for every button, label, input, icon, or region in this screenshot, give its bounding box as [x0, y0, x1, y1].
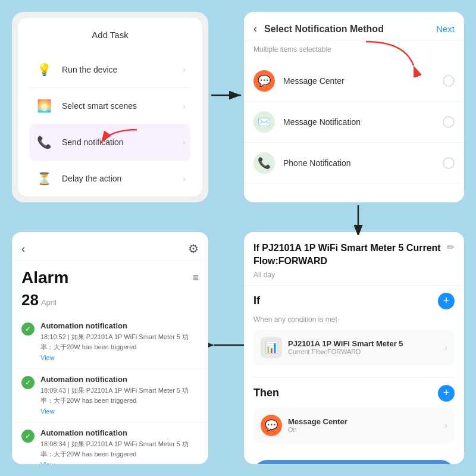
chevron-icon: › [183, 174, 186, 183]
alarm-entry-content-2: Automation notification 18:09:43 | 如果 PJ… [40, 375, 199, 416]
condition-chevron-icon: › [444, 343, 447, 352]
alarm-month: April [41, 298, 57, 307]
alarm-entry-title-2: Automation notification [40, 375, 199, 384]
auto-then-text: Message Center On [288, 417, 439, 433]
auto-cond-detail: Current Flow:FORWARD [288, 348, 439, 355]
alarm-entry-2: Automation notification 18:09:43 | 如果 PJ… [12, 369, 208, 422]
add-task-title: Add Task [30, 30, 190, 40]
auto-if-title: If [253, 295, 438, 307]
alarm-settings-icon[interactable]: ⚙ [188, 242, 199, 256]
auto-cond-name: PJ2101A 1P WiFi Smart Meter 5 [288, 339, 439, 348]
alarm-back-button[interactable]: ‹ [21, 243, 25, 255]
delay-action-icon: ⏳ [35, 169, 54, 188]
alarm-view-link-1[interactable]: View [40, 354, 55, 361]
alarm-menu-icon[interactable]: ≡ [192, 272, 199, 284]
chevron-icon: › [183, 137, 186, 147]
run-device-icon: 💡 [35, 60, 54, 79]
notification-method-title: Select Notification Method [264, 24, 436, 35]
alarm-entry-content-1: Automation notification 18:10:52 | 如果 PJ… [40, 321, 199, 362]
auto-then-header: Then + [253, 385, 455, 402]
add-task-panel: Add Task 💡 Run the device › 🌅 Select sma… [12, 12, 208, 202]
radio-message-center[interactable] [443, 75, 455, 87]
alarm-date: 28 April [12, 290, 208, 315]
task-item-smart-scenes[interactable]: 🌅 Select smart scenes › [30, 88, 190, 124]
automation-detail-panel: If PJ2101A 1P WiFi Smart Meter 5 Current… [244, 232, 464, 464]
auto-title-block: If PJ2101A 1P WiFi Smart Meter 5 Current… [244, 232, 464, 286]
condition-device-icon: 📊 [261, 337, 282, 358]
alarm-check-icon-1 [21, 322, 35, 336]
then-chevron-icon: › [444, 421, 447, 430]
add-task-card: Add Task 💡 Run the device › 🌅 Select sma… [18, 18, 202, 196]
auto-then-title: Then [253, 387, 438, 399]
alarm-entry-3: Automation notification 18:08:34 | 如果 PJ… [12, 422, 208, 464]
auto-edit-button[interactable]: ✏ [447, 242, 455, 253]
chevron-icon: › [183, 101, 186, 111]
notification-header: ‹ Select Notification Method Next [244, 12, 464, 40]
alarm-entry-title-3: Automation notification [40, 428, 199, 437]
message-center-icon: 💬 [253, 70, 275, 92]
auto-if-add-button[interactable]: + [438, 293, 455, 309]
alarm-entry-desc-1: 18:10:52 | 如果 PJ2101A 1P WiFi Smart Mete… [40, 332, 199, 352]
task-item-run-device[interactable]: 💡 Run the device › [30, 52, 190, 88]
notification-subtitle: Multiple items selectable [244, 40, 464, 61]
phone-notification-icon: 📞 [253, 152, 275, 174]
smart-scenes-icon: 🌅 [35, 96, 54, 115]
auto-then-add-button[interactable]: + [438, 385, 455, 402]
auto-condition-note: When any condition is met· [253, 315, 455, 324]
task-item-send-notification[interactable]: 📞 Send notification › [30, 124, 190, 161]
alarm-check-icon-3 [21, 430, 35, 443]
alarm-view-link-3[interactable]: View [40, 461, 55, 464]
option-phone-notification[interactable]: 📞 Phone Notification [244, 143, 464, 184]
alarm-panel: ‹ ⚙ Alarm ≡ 28 April Automation notifica… [12, 232, 208, 464]
auto-then-item[interactable]: 💬 Message Center On › [253, 408, 455, 443]
radio-message-notification[interactable] [443, 116, 455, 128]
then-message-center-icon: 💬 [261, 415, 282, 436]
auto-if-section: If + When any condition is met· 📊 PJ2101… [244, 286, 464, 377]
option-message-center[interactable]: 💬 Message Center [244, 61, 464, 102]
alarm-entry-desc-3: 18:08:34 | 如果 PJ2101A 1P WiFi Smart Mete… [40, 439, 199, 459]
alarm-view-link-2[interactable]: View [40, 408, 55, 415]
option-label-message-notification: Message Notification [283, 117, 443, 127]
alarm-header: ‹ ⚙ [12, 232, 208, 261]
option-label-phone-notification: Phone Notification [283, 158, 443, 168]
alarm-list: Automation notification 18:10:52 | 如果 PJ… [12, 315, 208, 464]
task-label-run-device: Run the device [62, 65, 183, 74]
radio-phone-notification[interactable] [443, 157, 455, 169]
auto-title-text: If PJ2101A 1P WiFi Smart Meter 5 Current… [253, 242, 441, 279]
alarm-entry-1: Automation notification 18:10:52 | 如果 PJ… [12, 315, 208, 369]
task-item-delay-action[interactable]: ⏳ Delay the action › [30, 161, 190, 196]
auto-then-section: Then + 💬 Message Center On › [244, 378, 464, 455]
alarm-check-icon-2 [21, 376, 35, 389]
next-button[interactable]: Next [436, 24, 455, 34]
message-notification-icon: ✉️ [253, 111, 275, 133]
alarm-title-row: Alarm ≡ [12, 261, 208, 290]
alarm-entry-content-3: Automation notification 18:08:34 | 如果 PJ… [40, 428, 199, 464]
notification-method-panel: ‹ Select Notification Method Next Multip… [244, 12, 464, 202]
chevron-icon: › [183, 65, 186, 74]
option-label-message-center: Message Center [283, 76, 443, 86]
auto-title-sub: All day [253, 271, 441, 279]
send-notification-icon: 📞 [35, 133, 54, 152]
auto-then-detail: On [288, 426, 439, 433]
option-message-notification[interactable]: ✉️ Message Notification [244, 102, 464, 143]
save-button[interactable]: Save [253, 460, 455, 464]
task-label-smart-scenes: Select smart scenes [62, 101, 183, 111]
alarm-title: Alarm [21, 268, 192, 287]
auto-if-header: If + [253, 293, 455, 309]
alarm-day: 28 [21, 291, 39, 309]
back-button[interactable]: ‹ [253, 23, 257, 35]
alarm-entry-title-1: Automation notification [40, 321, 199, 330]
auto-then-name: Message Center [288, 417, 439, 426]
alarm-entry-desc-2: 18:09:43 | 如果 PJ2101A 1P WiFi Smart Mete… [40, 386, 199, 405]
task-label-send-notification: Send notification [62, 137, 183, 147]
auto-cond-text: PJ2101A 1P WiFi Smart Meter 5 Current Fl… [288, 339, 439, 355]
auto-title-main: If PJ2101A 1P WiFi Smart Meter 5 Current… [253, 242, 441, 268]
auto-condition-item[interactable]: 📊 PJ2101A 1P WiFi Smart Meter 5 Current … [253, 330, 455, 365]
task-label-delay-action: Delay the action [62, 174, 183, 183]
